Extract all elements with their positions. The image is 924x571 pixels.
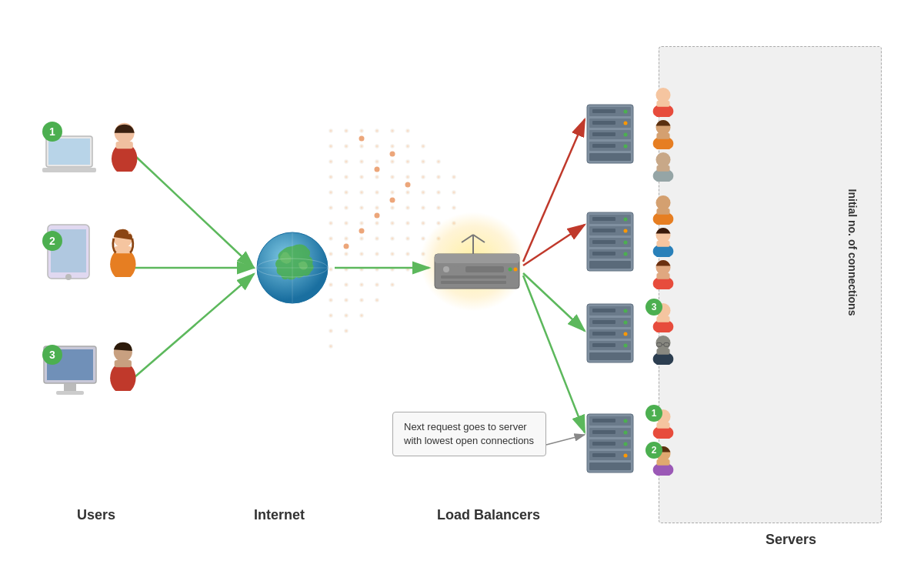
svg-point-42: [375, 205, 379, 210]
svg-point-61: [390, 236, 395, 241]
svg-point-21: [329, 175, 333, 179]
svg-point-20: [436, 159, 441, 164]
svg-rect-115: [116, 142, 133, 149]
svg-point-38: [452, 190, 456, 195]
svg-rect-194: [592, 309, 615, 312]
svg-point-150: [624, 122, 628, 125]
svg-point-179: [624, 252, 628, 256]
sg4-badge-1: 1: [645, 405, 662, 422]
svg-point-53: [405, 221, 410, 225]
svg-rect-151: [592, 121, 615, 125]
svg-point-143: [509, 268, 512, 272]
callout-text: Next request goes to server with lowest …: [404, 421, 534, 446]
svg-point-34: [390, 190, 395, 195]
sg2-person3: [649, 259, 678, 289]
svg-point-199: [624, 332, 628, 336]
svg-point-71: [421, 252, 425, 256]
svg-rect-148: [592, 109, 615, 113]
svg-point-94: [390, 152, 395, 157]
svg-rect-177: [592, 240, 615, 244]
svg-point-82: [390, 282, 395, 287]
svg-point-26: [405, 175, 410, 179]
label-servers: Servers: [766, 532, 816, 548]
sg3-person2: [649, 334, 678, 365]
diagram-container: dots: [0, 0, 924, 571]
svg-point-67: [359, 252, 364, 256]
svg-point-31: [344, 190, 349, 195]
server-rack-2: [583, 211, 641, 272]
svg-point-48: [329, 221, 333, 225]
svg-rect-227: [589, 462, 631, 470]
callout-box: Next request goes to server with lowest …: [392, 412, 546, 456]
svg-rect-134: [435, 254, 519, 263]
svg-rect-210: [656, 349, 669, 355]
svg-point-41: [359, 205, 364, 210]
svg-line-104: [135, 155, 254, 268]
svg-point-11: [405, 144, 410, 149]
svg-point-97: [390, 198, 395, 203]
svg-point-156: [624, 145, 628, 149]
svg-point-51: [375, 221, 379, 225]
svg-point-33: [375, 190, 379, 195]
svg-point-89: [359, 313, 364, 318]
svg-rect-142: [441, 281, 506, 284]
svg-point-99: [359, 229, 365, 234]
svg-point-39: [329, 205, 333, 210]
svg-point-165: [655, 152, 670, 167]
svg-point-90: [329, 329, 333, 333]
svg-point-138: [443, 266, 449, 272]
user-1-avatar: [100, 122, 142, 172]
svg-rect-190: [656, 273, 669, 279]
user-2: 2: [42, 231, 142, 296]
svg-point-144: [514, 268, 518, 272]
label-internet: Internet: [254, 507, 305, 523]
server-rack-4: [583, 412, 641, 474]
svg-point-79: [344, 282, 349, 287]
svg-rect-158: [589, 153, 631, 161]
lb-svg: [427, 231, 527, 300]
svg-rect-220: [592, 430, 615, 434]
svg-point-88: [344, 313, 349, 318]
svg-rect-226: [592, 453, 615, 457]
svg-point-10: [390, 144, 395, 149]
sg2-person1: [649, 194, 678, 225]
svg-rect-180: [592, 252, 615, 255]
svg-point-46: [436, 205, 441, 210]
svg-rect-207: [656, 316, 669, 322]
user-3-avatar: [100, 341, 142, 391]
svg-point-139: [453, 266, 459, 272]
svg-rect-181: [589, 261, 631, 269]
svg-point-44: [405, 205, 410, 210]
svg-point-95: [375, 167, 380, 172]
server-rack-3: [583, 302, 641, 364]
svg-rect-112: [42, 168, 96, 172]
svg-point-75: [375, 267, 379, 272]
svg-point-76: [390, 267, 395, 272]
svg-rect-124: [64, 383, 76, 391]
svg-point-96: [405, 182, 411, 188]
svg-point-100: [344, 244, 349, 249]
svg-point-216: [624, 419, 628, 423]
svg-point-170: [624, 218, 628, 222]
svg-point-87: [329, 313, 333, 318]
server-group-3: 3: [583, 302, 678, 365]
svg-point-70: [405, 252, 410, 256]
svg-rect-200: [592, 332, 615, 336]
svg-point-9: [375, 144, 379, 149]
svg-rect-141: [441, 275, 506, 279]
svg-rect-217: [592, 419, 615, 422]
svg-point-45: [421, 205, 425, 210]
svg-point-6: [329, 144, 333, 149]
svg-point-43: [390, 205, 395, 210]
svg-point-58: [344, 236, 349, 241]
user-2-badge: 2: [42, 231, 62, 251]
sg1-person2: [649, 119, 678, 149]
load-balancer-device: [427, 231, 519, 292]
svg-rect-125: [56, 391, 84, 395]
svg-rect-161: [656, 101, 669, 107]
svg-point-16: [375, 159, 379, 164]
label-users: Users: [77, 507, 115, 523]
server-1-users: [649, 86, 678, 182]
svg-point-7: [344, 144, 349, 149]
svg-point-63: [421, 236, 425, 241]
